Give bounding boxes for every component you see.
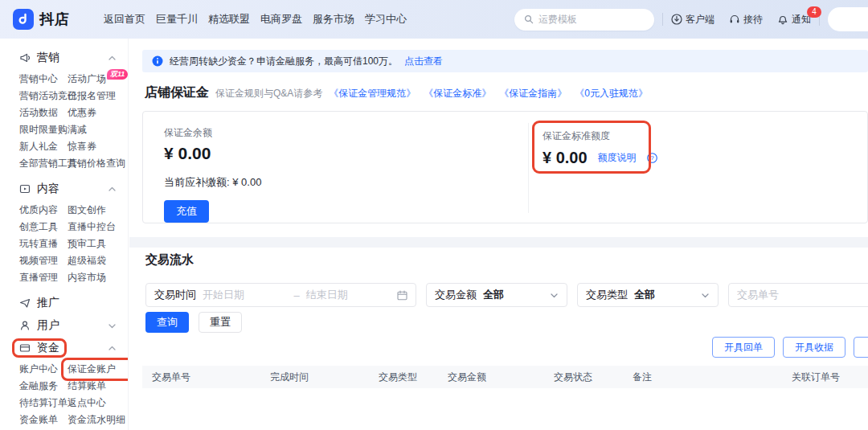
sidebar-section-label: 推广 bbox=[37, 296, 59, 310]
sidebar-section-wrap: 资金 bbox=[19, 341, 59, 355]
shop-profile-pill[interactable] bbox=[828, 7, 868, 31]
issue-receipt-button[interactable]: 开具回单 bbox=[712, 337, 775, 358]
sidebar-item-营销价格查询[interactable]: 营销价格查询 bbox=[68, 155, 128, 172]
table-header-备注: 备注 bbox=[633, 371, 792, 384]
sidebar-item-金融服务[interactable]: 金融服务 bbox=[19, 378, 68, 395]
sidebar-item-图文创作[interactable]: 图文创作 bbox=[68, 202, 128, 219]
sidebar-item-结算账单[interactable]: 结算账单 bbox=[68, 378, 128, 395]
sidebar-item-预审工具[interactable]: 预审工具 bbox=[68, 235, 128, 252]
table-header-完成时间: 完成时间 bbox=[270, 371, 379, 384]
transaction-type-filter[interactable]: 交易类型 全部 bbox=[577, 283, 719, 307]
sidebar-item-满减[interactable]: 满减 bbox=[68, 121, 128, 138]
sidebar-item-活动数据[interactable]: 活动数据 bbox=[19, 104, 68, 121]
sidebar-section-wrap: 营销 bbox=[19, 51, 59, 65]
sidebar-section-label: 营销 bbox=[37, 51, 59, 65]
export-button[interactable]: 导出 bbox=[854, 337, 868, 358]
sidebar-item-优质内容[interactable]: 优质内容 bbox=[19, 202, 68, 219]
sidebar-item-创意工具[interactable]: 创意工具 bbox=[19, 219, 68, 235]
sidebar-section-推广[interactable]: 推广 bbox=[0, 293, 128, 313]
header-action-label: 客户端 bbox=[686, 13, 714, 27]
rule-link[interactable]: 《保证金管理规范》 bbox=[329, 87, 416, 100]
app-logo[interactable]: 抖店 bbox=[13, 9, 70, 30]
chevron-up-icon bbox=[108, 185, 117, 194]
transactions-title: 交易流水 bbox=[145, 252, 194, 268]
standard-quota-label: 保证金标准额度 bbox=[542, 129, 657, 143]
divider bbox=[662, 13, 663, 26]
sidebar-item-返点中心[interactable]: 返点中心 bbox=[68, 395, 128, 412]
sidebar-item-新人礼金[interactable]: 新人礼金 bbox=[19, 138, 68, 155]
notification-badge: 4 bbox=[807, 6, 821, 18]
issue-voucher-button[interactable]: 开具收据 bbox=[783, 337, 845, 358]
sidebar-section-资金[interactable]: 资金 bbox=[0, 338, 128, 358]
sidebar-item-资金账单[interactable]: 资金账单 bbox=[19, 412, 68, 428]
query-button[interactable]: 查询 bbox=[145, 312, 189, 333]
sidebar-section-label: 内容 bbox=[37, 182, 59, 196]
rule-link[interactable]: 《保证金标准》 bbox=[424, 87, 491, 100]
headset-icon bbox=[729, 14, 740, 25]
finance-alert-banner: 经营周转缺少资金？申请金融服务，最高可借100万。 点击查看 bbox=[142, 50, 868, 72]
content-icon bbox=[19, 183, 31, 195]
sidebar-section-营销[interactable]: 营销 bbox=[0, 48, 128, 68]
sidebar-item-营销中心[interactable]: 营销中心 bbox=[19, 71, 68, 88]
nav-item[interactable]: 巨量千川 bbox=[156, 12, 198, 27]
top-header: 抖店 返回首页巨量千川精选联盟电商罗盘服务市场学习中心 运费模板 客户端接待通知… bbox=[0, 0, 868, 39]
sidebar-item-保证金账户[interactable]: 保证金账户 bbox=[68, 361, 128, 378]
sidebar-item-超级福袋[interactable]: 超级福袋 bbox=[68, 252, 128, 269]
alert-link[interactable]: 点击查看 bbox=[404, 55, 443, 68]
table-header-关联订单号: 关联订单号 bbox=[792, 371, 868, 384]
sidebar-section-用户[interactable]: 用户 bbox=[0, 316, 128, 335]
table-header-交易金额: 交易金额 bbox=[448, 371, 554, 384]
sidebar-item-营销活动竞价[interactable]: 营销活动竞价 bbox=[19, 88, 68, 104]
transactions-table-header: 交易单号完成时间交易类型交易金额交易状态备注关联订单号 bbox=[142, 366, 868, 388]
standard-quota-value: ¥ 0.00 bbox=[542, 149, 588, 167]
bell-icon bbox=[777, 14, 788, 25]
transaction-time-filter[interactable]: 交易时间 开始日期 – 结束日期 bbox=[145, 283, 416, 307]
deposit-balance-block: 保证金余额 ¥ 0.00 当前应补缴额: ¥ 0.00 充值 bbox=[164, 126, 261, 223]
header-action-接待[interactable]: 接待 bbox=[729, 13, 763, 27]
sidebar-item-账户中心[interactable]: 账户中心 bbox=[19, 361, 68, 378]
alert-text: 经营周转缺少资金？申请金融服务，最高可借100万。 bbox=[170, 55, 398, 68]
nav-item[interactable]: 精选联盟 bbox=[208, 12, 250, 27]
sidebar-item-玩转直播[interactable]: 玩转直播 bbox=[19, 235, 68, 252]
nav-item[interactable]: 电商罗盘 bbox=[260, 12, 302, 27]
sidebar-item-活动广场[interactable]: 活动广场双11 bbox=[68, 71, 128, 88]
transaction-amount-filter[interactable]: 交易金额 全部 bbox=[426, 283, 567, 307]
nav-item[interactable]: 服务市场 bbox=[313, 12, 354, 27]
sidebar-item-限时限量购[interactable]: 限时限量购 bbox=[19, 121, 68, 138]
user-icon bbox=[19, 320, 31, 331]
header-action-通知[interactable]: 通知4 bbox=[777, 13, 811, 27]
question-icon[interactable]: ? bbox=[647, 153, 657, 163]
sidebar: 营销营销中心活动广场双11营销活动竞价已报名管理活动数据优惠券限时限量购满减新人… bbox=[0, 39, 129, 430]
balance-value: ¥ 0.00 bbox=[164, 144, 261, 163]
sidebar-item-内容市场[interactable]: 内容市场 bbox=[68, 269, 128, 286]
type-filter-value: 全部 bbox=[634, 288, 655, 302]
sidebar-item-直播管理[interactable]: 直播管理 bbox=[19, 269, 68, 286]
sidebar-item-全部营销工具[interactable]: 全部营销工具 bbox=[19, 155, 68, 172]
table-header-交易类型: 交易类型 bbox=[379, 371, 448, 384]
recharge-button[interactable]: 充值 bbox=[164, 200, 209, 223]
rule-link[interactable]: 《保证金指南》 bbox=[499, 87, 567, 100]
reset-button[interactable]: 重置 bbox=[199, 312, 242, 333]
header-action-客户端[interactable]: 客户端 bbox=[671, 13, 714, 27]
header-nav: 返回首页巨量千川精选联盟电商罗盘服务市场学习中心 bbox=[104, 12, 407, 27]
standard-quota-block: 保证金标准额度 ¥ 0.00 额度说明 ? bbox=[542, 129, 657, 167]
sidebar-item-已报名管理[interactable]: 已报名管理 bbox=[68, 88, 128, 104]
nav-item[interactable]: 学习中心 bbox=[365, 12, 407, 27]
sidebar-section-label: 资金 bbox=[37, 341, 59, 355]
nav-item[interactable]: 返回首页 bbox=[104, 12, 145, 27]
sidebar-item-惊喜券[interactable]: 惊喜券 bbox=[68, 138, 128, 155]
chevron-down-icon bbox=[108, 321, 117, 330]
transaction-order-input[interactable]: 交易单号 bbox=[728, 283, 868, 307]
sidebar-section-内容[interactable]: 内容 bbox=[0, 179, 128, 199]
quota-explain-link[interactable]: 额度说明 bbox=[598, 151, 637, 165]
sidebar-section-items: 优质内容图文创作创意工具直播中控台玩转直播预审工具视频管理超级福袋直播管理内容市… bbox=[0, 202, 128, 286]
rule-link[interactable]: 《0元入驻规范》 bbox=[575, 87, 648, 100]
search-placeholder: 运费模板 bbox=[538, 13, 577, 27]
sidebar-item-待结算订单[interactable]: 待结算订单 bbox=[19, 395, 68, 412]
table-header-交易单号: 交易单号 bbox=[152, 371, 270, 384]
sidebar-item-视频管理[interactable]: 视频管理 bbox=[19, 252, 68, 269]
search-box[interactable]: 运费模板 bbox=[514, 9, 654, 31]
sidebar-item-优惠券[interactable]: 优惠券 bbox=[68, 104, 128, 121]
sidebar-item-直播中控台[interactable]: 直播中控台 bbox=[68, 219, 128, 235]
sidebar-item-资金流水明细[interactable]: 资金流水明细 bbox=[68, 412, 128, 428]
